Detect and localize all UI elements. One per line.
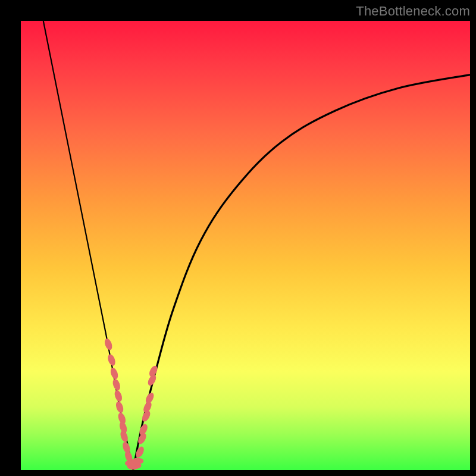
plot-area: [21, 21, 470, 470]
data-marker: [119, 430, 129, 443]
data-marker: [131, 458, 143, 464]
data-marker: [113, 389, 123, 403]
data-marker: [104, 337, 114, 351]
right-branch-curve: [133, 75, 470, 470]
data-marker: [107, 353, 117, 367]
marker-group: [104, 337, 159, 469]
data-marker: [111, 378, 121, 392]
chart-frame: TheBottleneck.com: [0, 0, 476, 476]
data-marker: [115, 400, 125, 414]
chart-svg: [21, 21, 470, 470]
watermark-text: TheBottleneck.com: [356, 4, 470, 19]
data-marker: [109, 367, 119, 380]
